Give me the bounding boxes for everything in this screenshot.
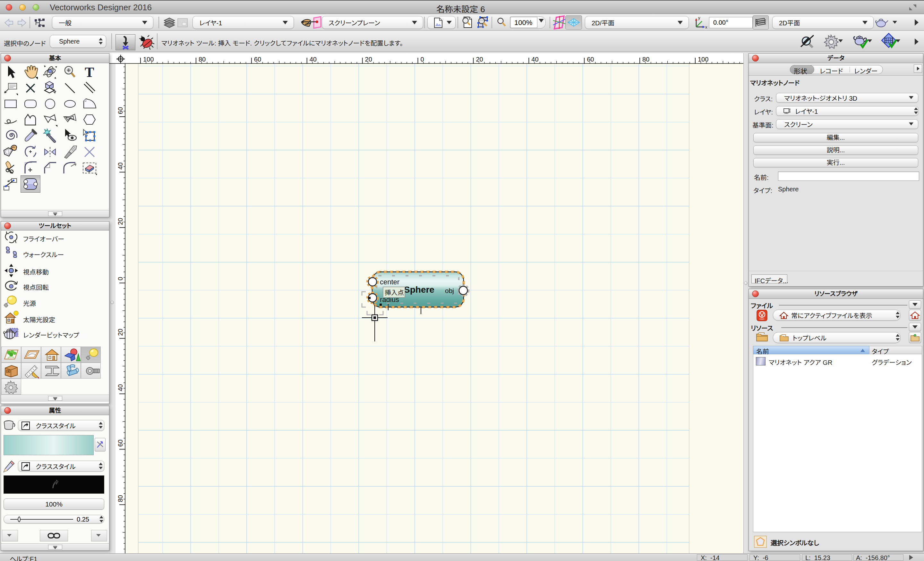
svg-text:80: 80 — [117, 495, 124, 502]
svg-text:VWX: VWX — [759, 318, 765, 320]
svg-text:40: 40 — [117, 384, 124, 391]
svg-text:obj: obj — [445, 287, 454, 294]
svg-text:60: 60 — [117, 440, 124, 447]
svg-text:center: center — [380, 278, 399, 286]
svg-text:40: 40 — [531, 56, 538, 63]
svg-text:20: 20 — [476, 56, 483, 63]
svg-text:20: 20 — [365, 56, 372, 63]
svg-text:100: 100 — [698, 56, 708, 63]
svg-text:60: 60 — [254, 56, 261, 63]
svg-text:60: 60 — [587, 56, 594, 63]
svg-text:20: 20 — [117, 329, 124, 336]
svg-text:x: x — [705, 25, 707, 30]
svg-text:40: 40 — [117, 163, 124, 170]
svg-text:40: 40 — [310, 56, 316, 63]
svg-text:0: 0 — [421, 56, 424, 63]
svg-text:20: 20 — [117, 218, 124, 225]
svg-text:挿入点: 挿入点 — [385, 289, 404, 296]
svg-text:60: 60 — [117, 107, 124, 114]
svg-text:80: 80 — [642, 56, 650, 63]
svg-text:100: 100 — [143, 56, 154, 63]
svg-text:0: 0 — [117, 277, 124, 280]
svg-text:y: y — [698, 15, 700, 20]
svg-text:T: T — [85, 64, 94, 80]
svg-text:Sphere: Sphere — [404, 285, 434, 295]
svg-text:80: 80 — [199, 56, 206, 63]
